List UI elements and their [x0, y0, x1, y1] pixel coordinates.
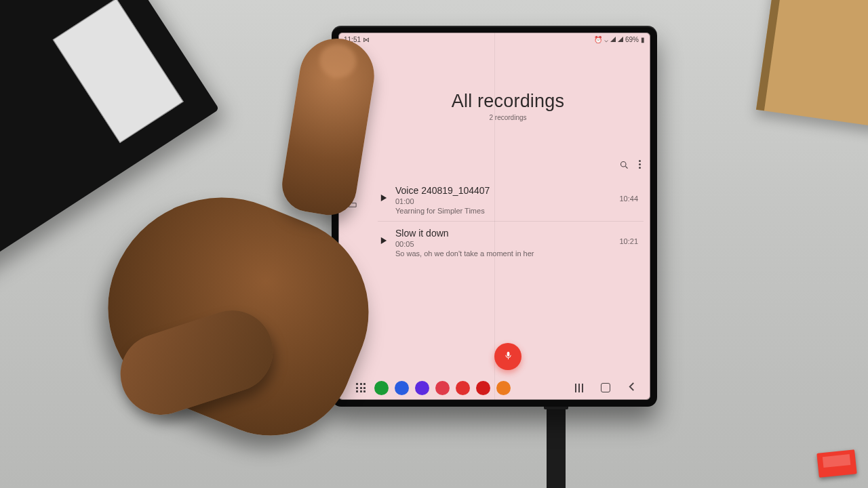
- taskbar: [338, 375, 650, 400]
- recording-summary: So was, oh we don't take a moment in her: [395, 249, 619, 258]
- dock-app-5[interactable]: [456, 381, 470, 395]
- recording-name: Voice 240819_104407: [395, 185, 619, 196]
- page-title: All recordings: [366, 91, 650, 112]
- nav-recents-button[interactable]: [575, 384, 583, 392]
- signal-icon-2: [618, 37, 623, 42]
- dock-app-3[interactable]: [415, 381, 429, 395]
- play-button[interactable]: [380, 185, 395, 205]
- dock: [374, 381, 511, 395]
- status-glyph: ⋈: [363, 36, 370, 43]
- dock-app-7[interactable]: [496, 381, 511, 395]
- recording-row[interactable]: Slow it down 00:05 So was, oh we don't t…: [378, 222, 644, 264]
- more-options-button[interactable]: [639, 160, 641, 173]
- record-button[interactable]: [494, 343, 521, 370]
- channel-watermark: [816, 449, 856, 478]
- play-icon: [380, 192, 387, 204]
- dock-app-6[interactable]: [476, 381, 490, 395]
- play-button[interactable]: [380, 228, 395, 247]
- svg-point-1: [621, 162, 627, 167]
- dock-app-2[interactable]: [395, 381, 409, 395]
- dock-app-1[interactable]: [374, 381, 389, 395]
- sidebar-item-trash[interactable]: [347, 137, 357, 148]
- folder-icon: [347, 175, 357, 188]
- folder-outline-icon: [347, 199, 357, 212]
- tablet-device: 11:51 ⋈ ⏰ ⌵ 69% ▮: [332, 26, 657, 407]
- battery-icon: ▮: [641, 36, 645, 43]
- status-time: 11:51: [344, 36, 361, 43]
- dock-app-4[interactable]: [435, 381, 450, 395]
- play-icon: [380, 235, 387, 247]
- nav-home-button[interactable]: [601, 383, 610, 392]
- recording-name: Slow it down: [395, 228, 619, 239]
- page-subtitle: 2 recordings: [366, 114, 650, 121]
- status-bar: 11:51 ⋈ ⏰ ⌵ 69% ▮: [338, 33, 650, 45]
- svg-rect-2: [507, 351, 509, 356]
- device-screen: 11:51 ⋈ ⏰ ⌵ 69% ▮: [338, 33, 650, 400]
- sidebar-item-folder-1[interactable]: [347, 176, 357, 186]
- chevron-left-icon: [628, 382, 635, 393]
- recording-row[interactable]: Voice 240819_104407 01:00 Yearning for S…: [378, 179, 644, 222]
- app-drawer-button[interactable]: [356, 383, 366, 392]
- recording-time: 10:44: [619, 185, 641, 203]
- alarm-icon: ⏰: [594, 36, 602, 43]
- battery-text: 69%: [625, 36, 639, 43]
- sidebar-divider: [346, 161, 358, 162]
- category-sidebar: [338, 80, 366, 211]
- search-button[interactable]: [619, 160, 629, 173]
- usb-cable: [547, 405, 566, 488]
- sidebar-item-all[interactable]: [342, 80, 361, 99]
- mic-icon: [347, 112, 357, 125]
- wifi-icon: ⌵: [604, 36, 608, 43]
- wood-block: [756, 0, 868, 127]
- mic-icon: [503, 350, 513, 363]
- waveform-icon: [347, 83, 357, 96]
- trash-icon: [347, 136, 357, 149]
- sidebar-item-voice[interactable]: [347, 113, 357, 123]
- search-icon: [619, 161, 629, 172]
- nav-back-button[interactable]: [628, 382, 635, 394]
- svg-rect-0: [351, 113, 353, 117]
- product-box: [0, 0, 219, 302]
- recording-duration: 00:05: [395, 240, 619, 248]
- recordings-list: Voice 240819_104407 01:00 Yearning for S…: [378, 179, 644, 264]
- signal-icon-1: [610, 37, 616, 42]
- recording-summary: Yearning for Simpler Times: [395, 207, 619, 215]
- sidebar-item-folder-2[interactable]: [347, 200, 357, 211]
- recording-duration: 01:00: [395, 197, 619, 205]
- recording-time: 10:21: [619, 228, 641, 245]
